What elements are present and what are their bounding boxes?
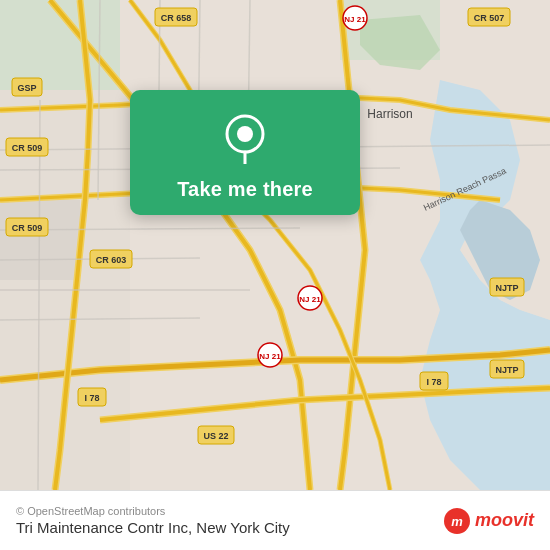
svg-text:NJ 21: NJ 21	[299, 295, 321, 304]
svg-text:CR 603: CR 603	[96, 255, 127, 265]
svg-text:CR 509: CR 509	[12, 223, 43, 233]
svg-text:US 22: US 22	[203, 431, 228, 441]
svg-text:NJTP: NJTP	[495, 283, 518, 293]
location-name: Tri Maintenance Contr Inc, New York City	[16, 519, 290, 536]
svg-text:NJ 21: NJ 21	[259, 352, 281, 361]
location-info: © OpenStreetMap contributors Tri Mainten…	[16, 505, 290, 536]
svg-point-38	[237, 126, 253, 142]
moovit-logo-icon: m	[443, 507, 471, 535]
svg-text:m: m	[451, 514, 463, 529]
svg-text:Harrison: Harrison	[367, 107, 412, 121]
map-background: CR 658 NJ 21 CR 507 GSP Harrison CR 509 …	[0, 0, 550, 490]
bottom-bar: © OpenStreetMap contributors Tri Mainten…	[0, 490, 550, 550]
moovit-logo: m moovit	[443, 507, 534, 535]
moovit-text: moovit	[475, 510, 534, 531]
svg-text:CR 509: CR 509	[12, 143, 43, 153]
svg-text:NJTP: NJTP	[495, 365, 518, 375]
map-container: CR 658 NJ 21 CR 507 GSP Harrison CR 509 …	[0, 0, 550, 490]
svg-text:I 78: I 78	[84, 393, 99, 403]
svg-text:GSP: GSP	[17, 83, 36, 93]
svg-text:CR 658: CR 658	[161, 13, 192, 23]
svg-text:I 78: I 78	[426, 377, 441, 387]
take-me-there-button[interactable]: Take me there	[177, 178, 313, 201]
pin-icon-container	[215, 108, 275, 168]
svg-text:CR 507: CR 507	[474, 13, 505, 23]
location-card[interactable]: Take me there	[130, 90, 360, 215]
pin-icon	[219, 112, 271, 164]
svg-text:NJ 21: NJ 21	[344, 15, 366, 24]
copyright-text: © OpenStreetMap contributors	[16, 505, 290, 517]
